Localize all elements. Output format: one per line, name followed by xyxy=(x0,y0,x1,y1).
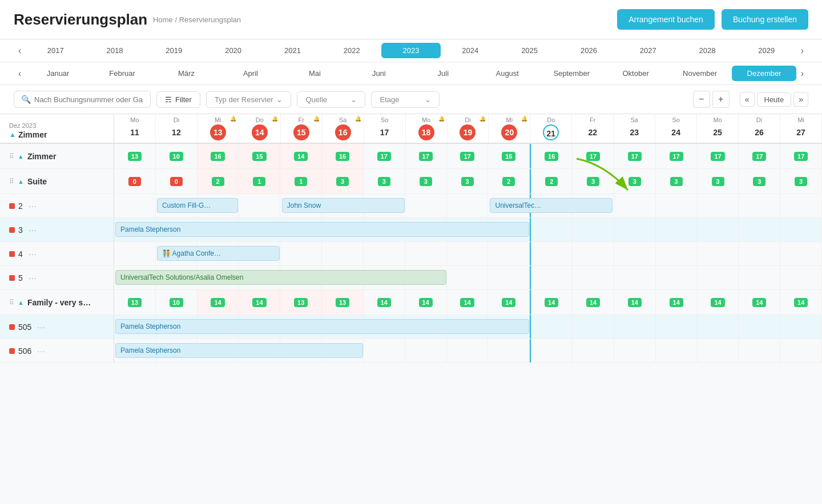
year-item-2017[interactable]: 2017 xyxy=(26,43,85,58)
zoom-in-button[interactable]: + xyxy=(712,91,730,108)
day-cell[interactable] xyxy=(739,339,780,362)
day-cell[interactable]: 16 xyxy=(322,144,364,168)
drag-handle-icon[interactable]: ⠿ xyxy=(9,152,14,160)
booking-bar[interactable]: Pamela Stepherson xyxy=(115,343,363,358)
month-item-juli[interactable]: Juli xyxy=(411,66,475,81)
booking-bar[interactable]: Pamela Stepherson xyxy=(115,319,529,334)
day-cell[interactable] xyxy=(447,194,489,217)
day-cell[interactable] xyxy=(698,218,739,241)
year-item-2021[interactable]: 2021 xyxy=(263,43,323,58)
day-cell[interactable] xyxy=(698,242,739,265)
arrangement-buchen-button[interactable]: Arrangement buchen xyxy=(617,9,715,30)
day-cell[interactable] xyxy=(530,315,573,338)
day-cell[interactable]: 15 xyxy=(239,144,280,168)
day-cell[interactable] xyxy=(405,194,447,217)
day-cell[interactable]: 13 xyxy=(114,144,156,168)
day-cell[interactable] xyxy=(698,266,739,289)
day-cell[interactable] xyxy=(573,218,614,241)
day-cell[interactable] xyxy=(530,266,573,289)
booking-bar[interactable]: 🧑‍🤝‍🧑 Agatha Confe… xyxy=(157,246,280,261)
day-cell[interactable]: 17 xyxy=(656,144,698,168)
day-cell[interactable] xyxy=(656,242,698,265)
day-cell[interactable]: 14 xyxy=(280,144,322,168)
day-cell[interactable] xyxy=(364,339,405,362)
day-cell[interactable]: 17 xyxy=(780,144,822,168)
day-cell[interactable]: 14 xyxy=(239,290,280,315)
day-cell[interactable] xyxy=(573,339,614,362)
day-cell[interactable] xyxy=(656,266,698,289)
zoom-out-button[interactable]: − xyxy=(693,91,710,108)
day-cell[interactable] xyxy=(530,242,573,265)
day-cell[interactable] xyxy=(114,194,156,217)
day-cell[interactable] xyxy=(488,339,530,362)
day-cell[interactable]: 3 xyxy=(614,169,656,193)
day-cell[interactable] xyxy=(780,242,822,265)
month-item-april[interactable]: April xyxy=(219,66,283,81)
day-cell[interactable]: 14 xyxy=(614,290,656,315)
sort-icon[interactable]: ▲ xyxy=(18,299,24,306)
month-item-november[interactable]: November xyxy=(668,66,732,81)
day-cell[interactable]: 0 xyxy=(114,169,156,193)
year-item-2026[interactable]: 2026 xyxy=(559,43,619,58)
day-cell[interactable]: 3 xyxy=(447,169,489,193)
drag-handle-icon[interactable]: ⠿ xyxy=(9,299,14,307)
day-cell[interactable] xyxy=(780,315,822,338)
day-cell[interactable] xyxy=(698,194,739,217)
day-cell[interactable]: 10 xyxy=(156,290,198,315)
booking-bar[interactable]: Custom Fill-G… xyxy=(157,198,238,213)
day-cell[interactable] xyxy=(573,315,614,338)
month-next-button[interactable]: › xyxy=(796,66,808,81)
day-cell[interactable] xyxy=(780,218,822,241)
room-options-icon[interactable]: ··· xyxy=(29,273,37,283)
day-cell[interactable]: 14 xyxy=(573,290,614,315)
room-options-icon[interactable]: ··· xyxy=(29,201,37,211)
day-cell[interactable]: 14 xyxy=(198,290,239,315)
year-next-button[interactable]: › xyxy=(796,43,808,58)
day-cell[interactable]: 13 xyxy=(114,290,156,315)
day-cell[interactable]: 14 xyxy=(739,290,780,315)
year-item-2029[interactable]: 2029 xyxy=(737,43,796,58)
day-cell[interactable]: 14 xyxy=(656,290,698,315)
month-item-mai[interactable]: Mai xyxy=(283,66,346,81)
search-box[interactable]: 🔍 xyxy=(14,91,151,108)
day-cell[interactable]: 14 xyxy=(698,290,739,315)
booking-bar[interactable]: Pamela Stepherson xyxy=(115,222,529,237)
month-item-september[interactable]: September xyxy=(539,66,603,81)
day-cell[interactable] xyxy=(739,242,780,265)
day-cell[interactable]: 2 xyxy=(198,169,239,193)
month-prev-button[interactable]: ‹ xyxy=(14,66,26,81)
day-cell[interactable]: 14 xyxy=(364,290,405,315)
month-item-dezember[interactable]: Dezember xyxy=(732,66,796,81)
day-cell[interactable]: 3 xyxy=(698,169,739,193)
day-cell[interactable] xyxy=(573,242,614,265)
day-cell[interactable]: 3 xyxy=(405,169,447,193)
booking-bar[interactable]: UniversalTech Solutions/Asalia Omelsen xyxy=(115,270,446,285)
drag-handle-icon[interactable]: ⠿ xyxy=(9,178,14,186)
year-prev-button[interactable]: ‹ xyxy=(14,43,26,58)
year-item-2027[interactable]: 2027 xyxy=(618,43,678,58)
buchung-erstellen-button[interactable]: Buchung erstellen xyxy=(722,9,808,30)
day-cell[interactable] xyxy=(239,194,280,217)
day-cell[interactable] xyxy=(614,242,656,265)
day-cell[interactable]: 17 xyxy=(614,144,656,168)
day-cell[interactable]: 17 xyxy=(698,144,739,168)
day-cell[interactable]: 3 xyxy=(656,169,698,193)
room-options-icon[interactable]: ··· xyxy=(37,322,46,332)
day-cell[interactable] xyxy=(573,266,614,289)
day-cell[interactable]: 14 xyxy=(405,290,447,315)
month-item-januar[interactable]: Januar xyxy=(26,66,90,81)
year-item-2025[interactable]: 2025 xyxy=(500,43,559,58)
day-cell[interactable]: 14 xyxy=(447,290,489,315)
day-cell[interactable] xyxy=(780,194,822,217)
day-cell[interactable] xyxy=(280,242,322,265)
today-button[interactable]: Heute xyxy=(757,92,792,107)
day-cell[interactable]: 3 xyxy=(322,169,364,193)
year-item-2018[interactable]: 2018 xyxy=(85,43,144,58)
year-item-2024[interactable]: 2024 xyxy=(441,43,500,58)
booking-bar[interactable]: UniversalTec… xyxy=(490,198,613,213)
month-item-februar[interactable]: Februar xyxy=(90,66,154,81)
day-cell[interactable] xyxy=(739,315,780,338)
day-cell[interactable] xyxy=(447,266,489,289)
day-cell[interactable] xyxy=(656,315,698,338)
day-cell[interactable]: 14 xyxy=(488,290,530,315)
